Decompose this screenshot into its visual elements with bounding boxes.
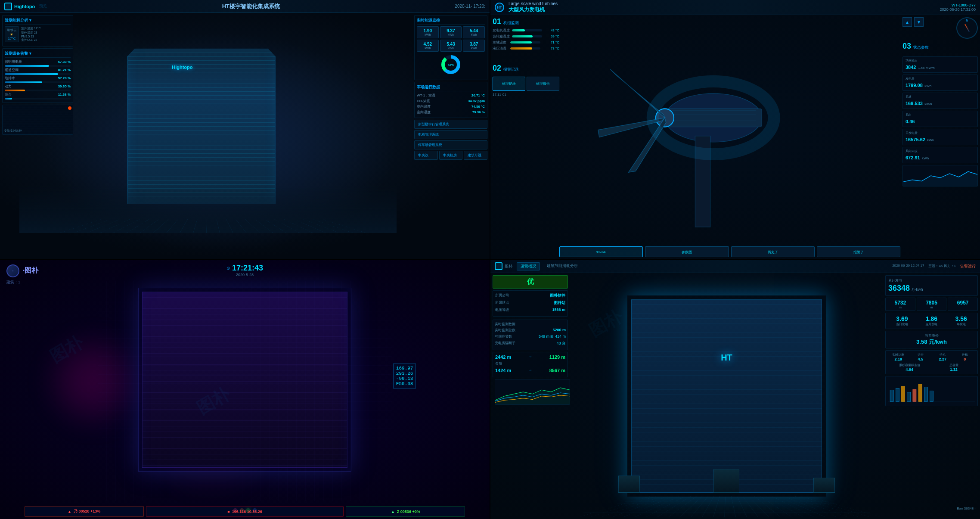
q2-data-bar-fill-2 <box>512 35 533 37</box>
q1-metric-grid: 1.90 kWh 9.37 kWh 5.44 kWh 4.52 kWh 5.43 <box>417 26 485 52</box>
q4-extra-3: 待机 2.27 <box>932 353 953 361</box>
q2-data-bar-1 <box>512 29 542 31</box>
q1-nav-btn-3[interactable]: 停车场管理系统 <box>414 140 487 149</box>
q4-main-building: HT <box>631 299 822 493</box>
q1-logo-text: Hightopo <box>14 4 35 9</box>
q1-nav-btn-4[interactable]: 中央议 <box>414 151 438 160</box>
q1-tab[interactable]: 预览 <box>39 3 47 9</box>
q2-bottom-btn-1[interactable]: 3dkwH <box>559 246 643 257</box>
q4-monitor-val-3: 48 台 <box>556 341 566 346</box>
q1-bar-fill-1 <box>5 65 49 67</box>
q4-extra-4: 停机 0 <box>955 353 976 361</box>
q4-secondary-arrow-1: → <box>528 354 532 360</box>
q4-electricity-price-box: 当前电价 3.58 元/kwh <box>885 331 978 348</box>
q4-info-val-3: 1566 m <box>552 308 565 312</box>
q4-secondary-val-4: 8567 m <box>549 368 565 373</box>
q2-turbine-svg <box>579 21 848 233</box>
q2-stat-daily-label: 日发电量 <box>906 131 975 135</box>
q1-metric-unit-4: kWh <box>419 47 437 50</box>
q1-bar-fill-3 <box>5 81 42 83</box>
q3-float-data-3: -99.13 <box>396 376 413 381</box>
q4-tab-1[interactable]: 运营概况 <box>517 262 540 270</box>
q4-center-area: HT <box>568 275 885 517</box>
q1-metric-4: 4.52 kWh <box>417 40 439 52</box>
q2-data-value-1: 43 °C <box>544 28 559 32</box>
q3-clock-icon: ⊙ <box>226 266 230 270</box>
q2-data-label-4: 液压油温 <box>493 46 506 51</box>
q4-tabs: 运营概况 建筑节能消耗分析 <box>517 262 888 270</box>
q2-arrow-up[interactable]: ▲ <box>902 17 912 27</box>
q1-bar-value-5: 11.36 % <box>58 93 71 96</box>
q2-alarm-date: 17.11-01 <box>493 93 559 96</box>
q1-building-glow <box>126 47 277 206</box>
q4-power-label-2: 当月发电 <box>918 322 946 326</box>
q4-extra-2: 运行 4.5 <box>910 353 931 361</box>
q1-nav-btn-5[interactable]: 中央机房 <box>439 151 463 160</box>
q1-donut-chart: 72% <box>440 54 462 75</box>
q4-monitoring-title: 实时监测数据 <box>495 322 566 326</box>
q4-header-info: 2020-06-20 12:57:17 空温：46 风力：1 告警运行 <box>892 264 976 269</box>
q2-section03-num: 03 <box>902 42 911 51</box>
q4-chart-svg <box>495 379 570 404</box>
q4-col-label-1: m <box>887 306 913 309</box>
q4-building-small-1 <box>618 475 640 493</box>
q2-bottom-btn-2[interactable]: 参数图 <box>645 246 729 257</box>
q4-info-key-3: 电压等级 <box>495 308 509 312</box>
q2-arrow-down[interactable]: ▼ <box>914 17 924 27</box>
q4-chart-area <box>495 379 570 405</box>
q4-secondary-val-3: 1424 m <box>495 368 511 373</box>
q1-bar-label-2: 暖通空调 <box>5 68 19 72</box>
q3-status-text-1: 乃 00528 +13% <box>74 509 100 514</box>
q2-section01-title: 机组监测 <box>503 20 519 26</box>
q4-tab-2[interactable]: 建筑节能消耗分析 <box>543 262 581 270</box>
q4-alert-badge[interactable]: 告警运行 <box>960 264 976 269</box>
q1-camera-thumbnail: 安防实时监控 <box>2 105 73 135</box>
q3-watermark-1: 图朴 <box>45 331 87 369</box>
q2-data-value-4: 73 °C <box>544 47 559 50</box>
q4-extra-val-4: 0 <box>955 357 976 361</box>
q1-parking-value-1: 20.71 °C <box>471 93 485 97</box>
q3-holo-building <box>98 281 391 501</box>
q1-bar-2 <box>5 73 71 75</box>
q3-date-display: 2020-5-28 <box>226 273 263 277</box>
q2-bottom-btn-3[interactable]: 历史了 <box>731 246 815 257</box>
q2-stat-daily: 日发电量 16575.62 kWh <box>902 129 978 145</box>
q2-section01-num: 01 <box>493 17 501 26</box>
q4-header-stats: 空温：46 风力：1 <box>928 264 956 269</box>
q4-col-3: 6957 <box>948 298 978 311</box>
q4-header-logo: 图朴 <box>495 262 512 270</box>
q1-building-label: Hightopo <box>172 65 192 70</box>
q1-bar-value-1: 67.33 % <box>58 60 71 64</box>
q2-section-01: 01 机组监测 发电机温度 43 °C 齿轮箱温度 69 °C <box>493 17 559 51</box>
q4-info-val-1: 图朴软件 <box>550 293 565 298</box>
q2-stat-gen: 发电量 1799.08 kWh <box>902 75 978 91</box>
q1-parking-row-1: WT-1：室温 20.71 °C <box>417 93 485 98</box>
q3-float-data-1: 169.97 <box>396 366 413 371</box>
quadrant-building-management: Hightopo 预览 HT楼宇智能化集成系统 2020-11- 17:20: … <box>0 0 490 259</box>
q1-camera-label: 安防实时监控 <box>4 129 22 133</box>
q1-bar-row-1: 照明用电量 67.33 % <box>5 59 71 64</box>
q3-header: · ·图朴 <box>6 264 38 277</box>
q3-float-data-2: 293.26 <box>396 371 413 376</box>
svg-rect-17 <box>907 392 911 401</box>
q2-stat-gen-label: 发电量 <box>906 77 975 81</box>
svg-rect-20 <box>924 387 927 401</box>
q1-nav-btn-6[interactable]: 建筑可视 <box>464 151 487 160</box>
q1-nav-btn-1[interactable]: 新型楼宇行管理系统 <box>414 120 487 129</box>
q2-alarm-btn-1[interactable]: 处理记录 <box>493 77 525 91</box>
q2-alarm-btn-2[interactable]: 处理报告 <box>527 77 559 91</box>
q2-data-label-3: 主轴温度 <box>493 40 506 45</box>
q4-monitor-row-3: 变电房隔断子 48 台 <box>495 341 566 346</box>
q4-monitor-key-3: 变电房隔断子 <box>495 341 515 346</box>
q3-status-bar: ▲ 乃 00528 +13% ■ 196.116 10.36.26 ▲ Z 00… <box>25 506 465 517</box>
q1-nav-btn-2[interactable]: 电梯管理系统 <box>414 130 487 139</box>
q2-bottom-btn-4[interactable]: 报警了 <box>817 246 900 257</box>
q4-col-num-1: 5732 <box>887 300 913 306</box>
q1-metric-unit-1: kWh <box>419 33 437 36</box>
q4-header-date: 2020-06-20 12:57:17 <box>892 264 924 269</box>
q1-nav-section: 新型楼宇行管理系统 电梯管理系统 停车场管理系统 中央议 中央机房 建筑可视 <box>414 120 487 160</box>
q1-parking-value-2: 34.97 ppm <box>468 99 485 103</box>
q1-datetime: 2020-11- 17:20: <box>455 4 485 9</box>
q4-secondary-buildings <box>584 469 869 493</box>
q3-brand-text: ·图朴 <box>23 266 38 275</box>
